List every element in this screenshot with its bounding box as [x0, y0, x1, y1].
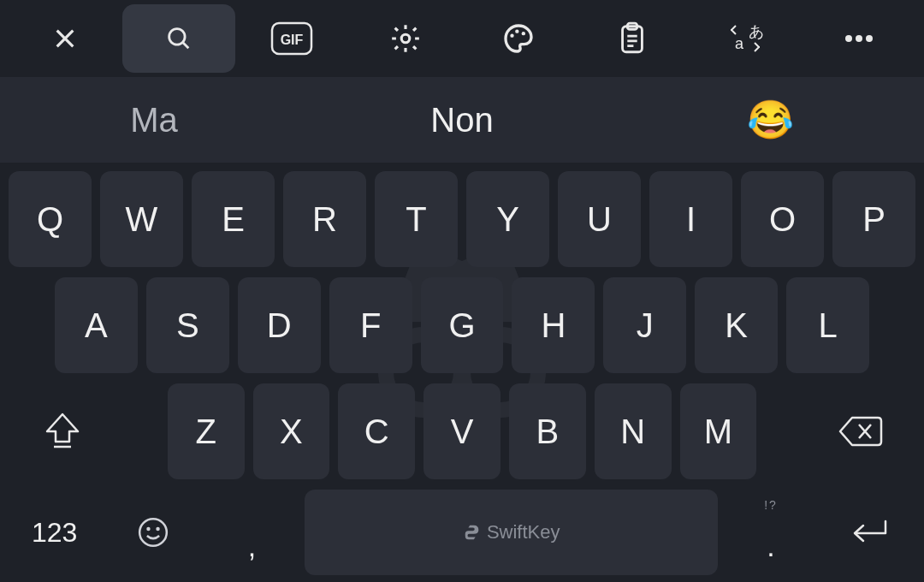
suggestion-bar: Ma Non 😂	[0, 77, 924, 163]
enter-icon	[848, 518, 891, 547]
gear-icon	[389, 22, 422, 55]
key-w[interactable]: W	[100, 171, 183, 267]
period-hint: !?	[764, 498, 778, 512]
clipboard-icon	[617, 21, 648, 56]
key-c[interactable]: C	[338, 383, 415, 479]
swiftkey-logo-icon	[463, 523, 482, 542]
key-x[interactable]: X	[253, 383, 330, 479]
row-1: Q W E R T Y U I O P	[5, 171, 919, 267]
svg-text:GIF: GIF	[281, 33, 304, 47]
key-q[interactable]: Q	[9, 171, 92, 267]
key-space[interactable]: SwiftKey	[305, 490, 718, 575]
key-g[interactable]: G	[421, 277, 504, 373]
svg-text:あ: あ	[749, 23, 764, 40]
svg-point-17	[139, 519, 167, 546]
key-d[interactable]: D	[238, 277, 321, 373]
themes-button[interactable]	[462, 4, 576, 73]
space-label: SwiftKey	[463, 521, 560, 543]
key-l[interactable]: L	[786, 277, 869, 373]
key-o[interactable]: O	[741, 171, 824, 267]
keyboard: Q W E R T Y U I O P A S D F G H J K L Z …	[0, 163, 924, 582]
svg-point-5	[515, 30, 518, 33]
shift-icon	[44, 411, 81, 452]
close-icon	[51, 25, 79, 52]
svg-point-18	[148, 528, 150, 530]
key-a[interactable]: A	[55, 277, 138, 373]
close-button[interactable]	[9, 4, 122, 73]
svg-point-6	[522, 32, 525, 35]
key-y[interactable]: Y	[466, 171, 549, 267]
key-emoji[interactable]	[107, 490, 198, 575]
key-p[interactable]: P	[832, 171, 915, 267]
svg-point-19	[157, 528, 159, 530]
clipboard-button[interactable]	[576, 4, 690, 73]
emoji-icon	[137, 516, 169, 549]
key-t[interactable]: T	[375, 171, 458, 267]
key-numbers[interactable]: 123	[9, 490, 100, 575]
backspace-icon	[838, 414, 885, 448]
svg-point-4	[511, 34, 514, 38]
key-b[interactable]: B	[509, 383, 586, 479]
svg-point-13	[866, 35, 873, 42]
suggestion-left[interactable]: Ma	[0, 101, 308, 140]
svg-point-3	[401, 34, 410, 43]
svg-point-0	[169, 29, 184, 45]
suggestion-right[interactable]: 😂	[616, 98, 924, 142]
gif-icon: GIF	[270, 21, 313, 56]
settings-button[interactable]	[349, 4, 463, 73]
svg-point-11	[845, 35, 852, 42]
key-e[interactable]: E	[192, 171, 275, 267]
suggestion-center[interactable]: Non	[308, 101, 616, 140]
more-button[interactable]	[803, 4, 916, 73]
search-icon	[164, 24, 193, 53]
search-button[interactable]	[122, 4, 236, 73]
key-k[interactable]: K	[695, 277, 778, 373]
key-s[interactable]: S	[146, 277, 229, 373]
key-z[interactable]: Z	[168, 383, 245, 479]
key-v[interactable]: V	[424, 383, 500, 479]
key-backspace[interactable]	[808, 383, 915, 479]
key-f[interactable]: F	[329, 277, 412, 373]
key-shift[interactable]	[9, 383, 116, 479]
key-enter[interactable]	[824, 490, 915, 575]
svg-text:a: a	[735, 35, 744, 52]
comma-label: ,	[248, 530, 256, 563]
key-h[interactable]: H	[512, 277, 595, 373]
key-i[interactable]: I	[649, 171, 732, 267]
gif-button[interactable]: GIF	[235, 4, 349, 73]
row-4: 123 , SwiftKey !? .	[5, 490, 919, 575]
period-label: .	[767, 530, 774, 563]
more-icon	[842, 33, 876, 44]
row-2: A S D F G H J K L	[5, 277, 919, 373]
palette-icon	[501, 21, 536, 56]
key-m[interactable]: M	[680, 383, 757, 479]
translate-icon: a あ	[726, 21, 764, 56]
row-3: Z X C V B N M	[5, 383, 919, 479]
key-comma[interactable]: ,	[206, 490, 298, 575]
key-period[interactable]: !? .	[725, 490, 816, 575]
key-u[interactable]: U	[558, 171, 641, 267]
toolbar: GIF a あ	[0, 0, 924, 77]
key-n[interactable]: N	[595, 383, 672, 479]
key-r[interactable]: R	[283, 171, 366, 267]
key-j[interactable]: J	[603, 277, 686, 373]
svg-point-12	[856, 35, 862, 42]
translate-button[interactable]: a あ	[689, 4, 803, 73]
